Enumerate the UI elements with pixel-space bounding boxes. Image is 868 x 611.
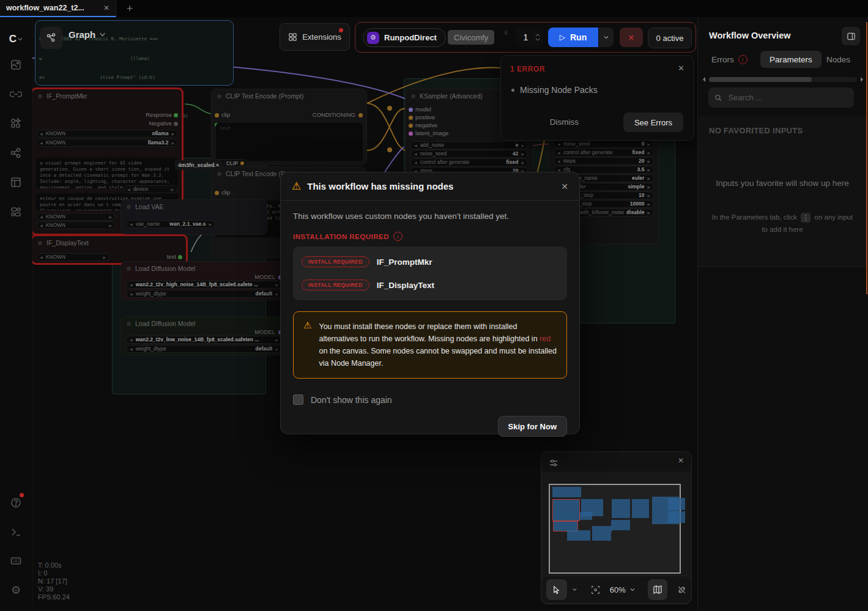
search-input-wrap[interactable] <box>708 87 854 108</box>
toggle-links-icon[interactable] <box>677 585 686 595</box>
warning-text: You must install these nodes or replace … <box>319 320 557 369</box>
dialog-header: ⚠ This workflow has missing nodes ✕ <box>281 172 579 201</box>
chevron-down-icon <box>99 31 106 38</box>
dialog-title: This workflow has missing nodes <box>307 181 555 191</box>
minimap-close-icon[interactable]: ✕ <box>678 456 684 465</box>
install-required-badge: INSTALL REQUIRED <box>302 256 369 267</box>
node-library-icon[interactable] <box>6 84 26 104</box>
extensions-notification-dot <box>339 28 343 32</box>
chevron-down-icon <box>629 587 636 593</box>
cursor-icon <box>552 585 561 594</box>
cancel-run-button[interactable]: ✕ <box>620 28 643 47</box>
help-icon[interactable] <box>6 493 26 513</box>
tab-bar: workflow_wan22_t2... ✕ + <box>0 0 868 18</box>
workflow-tab-title: workflow_wan22_t2... <box>6 4 103 12</box>
workflows-icon[interactable] <box>6 143 26 163</box>
comfy-logo[interactable]: C <box>6 29 26 49</box>
play-icon: ▷ <box>560 33 565 42</box>
tab-nodes[interactable]: Nodes <box>826 55 850 64</box>
extensions-button[interactable]: Extensions <box>280 23 350 51</box>
dialog-intro: This workflow uses custom nodes you have… <box>293 212 567 221</box>
pointer-tool-button[interactable] <box>546 579 567 600</box>
search-input[interactable] <box>727 92 848 103</box>
tab-parameters[interactable]: Parameters <box>760 51 822 68</box>
error-badge-icon: ! <box>738 55 747 64</box>
civicomfy-button[interactable]: Civicomfy <box>448 30 494 45</box>
panel-title: Workflow Overview <box>709 31 791 40</box>
tab-close-icon[interactable]: ✕ <box>103 4 109 12</box>
dont-show-row: Don't show this again <box>293 394 567 405</box>
model-library-icon[interactable] <box>6 114 26 133</box>
installation-required-label: INSTALLATION REQUIRED <box>293 233 389 240</box>
shortcuts-keyboard-icon[interactable] <box>6 551 26 571</box>
warning-triangle-icon: ⚠ <box>303 320 311 369</box>
missing-node-row: INSTALL REQUIRED IF_PromptMkr <box>293 250 567 273</box>
drag-handle[interactable]: ⠿ <box>504 31 510 35</box>
workflow-overview-panel: Workflow Overview Errors ! Parameters No… <box>697 17 868 611</box>
red-word: red <box>540 335 551 343</box>
runpod-direct-button[interactable]: ⚙ RunpodDirect <box>363 28 446 47</box>
warning-callout: ⚠ You must install these nodes or replac… <box>293 311 567 379</box>
missing-node-name: IF_DisplayText <box>377 281 434 290</box>
new-tab-button[interactable]: + <box>122 1 137 16</box>
terminal-icon[interactable] <box>6 522 26 542</box>
pointer-tool-dropdown-icon[interactable] <box>572 587 577 593</box>
scrollbar-track[interactable] <box>709 77 857 82</box>
active-jobs-indicator[interactable]: 0 active <box>648 28 692 48</box>
graph-selector[interactable]: Graph <box>69 29 106 40</box>
batch-count-input[interactable]: 1 <box>516 28 543 47</box>
empty-state-title: NO FAVORITED INPUTS <box>709 126 803 135</box>
run-controls-group: ⚙ RunpodDirect Civicomfy ⠿ 1 ▷ Run ✕ 0 a… <box>355 22 696 53</box>
panel-toggle-button[interactable] <box>842 27 860 45</box>
scroll-right-icon[interactable] <box>859 76 864 83</box>
scrollbar-thumb[interactable] <box>709 77 812 82</box>
kebab-menu-icon: ⋮ <box>801 213 811 223</box>
app-root: workflow_wan22_t2... ✕ + S Noise) <box>0 0 868 611</box>
info-circle-icon: i <box>393 232 402 241</box>
skip-for-now-button[interactable]: Skip for Now <box>498 416 567 437</box>
minimap-toggle-button[interactable] <box>648 579 667 600</box>
scroll-left-icon[interactable] <box>702 76 707 83</box>
missing-nodes-list: INSTALL REQUIRED IF_PromptMkr INSTALL RE… <box>293 246 567 300</box>
zoom-level-dropdown[interactable]: 60% <box>610 585 636 594</box>
missing-nodes-dialog: ⚠ This workflow has missing nodes ✕ This… <box>280 172 580 434</box>
error-toast-close-icon[interactable]: ✕ <box>678 64 684 73</box>
tab-errors[interactable]: Errors ! <box>711 55 747 64</box>
run-button[interactable]: ▷ Run <box>548 28 598 47</box>
dont-show-label: Don't show this again <box>311 395 392 405</box>
missing-node-name: IF_PromptMkr <box>377 257 432 267</box>
run-options-dropdown[interactable] <box>599 28 614 47</box>
graph-view-button[interactable] <box>40 27 62 49</box>
empty-state-hint: In the Parameters tab, click ⋮ on any in… <box>709 211 856 235</box>
dialog-close-icon[interactable]: ✕ <box>561 182 568 191</box>
chevron-down-icon <box>603 34 609 40</box>
search-icon <box>714 94 722 102</box>
canvas-controls-bar: 60% <box>541 576 692 604</box>
batch-count-steppers[interactable] <box>535 34 540 41</box>
panel-layout-icon <box>847 32 856 41</box>
warning-triangle-icon: ⚠ <box>292 181 301 191</box>
extensions-grid-icon <box>288 32 297 42</box>
queue-icon[interactable] <box>6 202 26 221</box>
fit-view-icon[interactable] <box>591 585 600 595</box>
see-errors-button[interactable]: See Errors <box>623 113 683 132</box>
media-assets-icon[interactable] <box>6 55 26 75</box>
error-toast: 1 ERROR ✕ Missing Node Packs Dismiss See… <box>500 55 694 141</box>
bullet-icon <box>511 89 514 92</box>
templates-icon[interactable] <box>6 172 26 192</box>
error-toast-item: Missing Node Packs <box>511 85 598 95</box>
dont-show-checkbox[interactable] <box>293 394 303 405</box>
help-notification-dot <box>20 493 24 497</box>
missing-node-row: INSTALL REQUIRED IF_DisplayText <box>293 273 567 297</box>
graph-selector-label: Graph <box>69 29 95 40</box>
panel-resize-handle[interactable] <box>866 22 867 294</box>
minimap-settings-icon[interactable] <box>549 458 558 468</box>
install-required-badge: INSTALL REQUIRED <box>302 280 369 291</box>
error-toast-title: 1 ERROR <box>510 65 545 73</box>
workflow-tab[interactable]: workflow_wan22_t2... ✕ <box>0 0 116 17</box>
map-icon <box>653 585 662 594</box>
settings-gear-icon[interactable]: ⚙ <box>6 580 26 600</box>
empty-state-message: Inputs you favorite will show up here <box>713 177 852 190</box>
dismiss-button[interactable]: Dismiss <box>550 117 579 127</box>
favorited-inputs-section: NO FAVORITED INPUTS Inputs you favorite … <box>698 116 867 267</box>
